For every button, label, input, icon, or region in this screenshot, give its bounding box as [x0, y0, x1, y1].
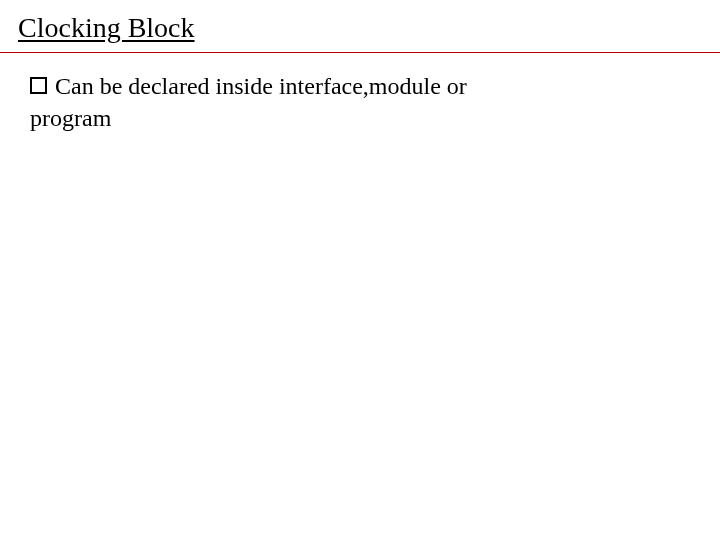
square-bullet-icon	[30, 77, 47, 94]
bullet-text-line2: program	[30, 103, 680, 133]
title-row: Clocking Block	[0, 12, 720, 50]
bullet-item: Can be declared inside interface,module …	[30, 71, 680, 101]
slide: Clocking Block Can be declared inside in…	[0, 0, 720, 540]
slide-title: Clocking Block	[18, 12, 195, 43]
slide-body: Can be declared inside interface,module …	[0, 53, 720, 133]
bullet-text-line1: Can be declared inside interface,module …	[55, 71, 467, 101]
